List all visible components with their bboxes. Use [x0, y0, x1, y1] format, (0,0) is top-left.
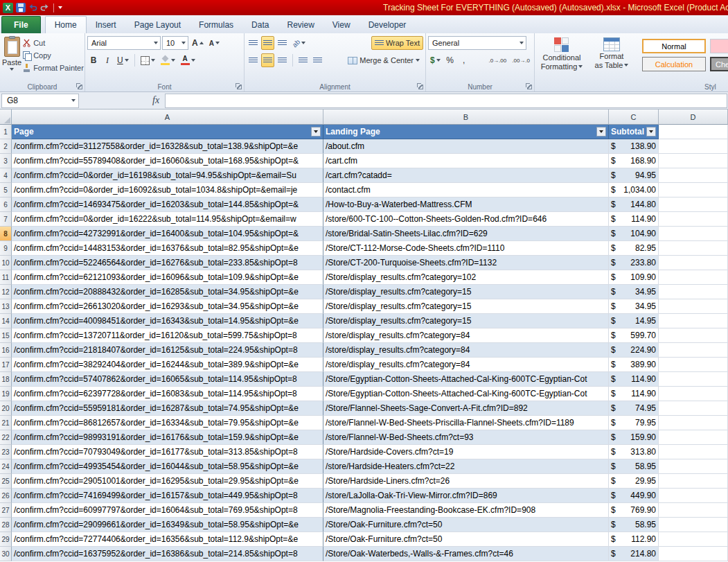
cell-b[interactable]: /Store/Magnolia-Freestanding-Bookcase-EK… — [323, 503, 609, 518]
comma-button[interactable]: , — [458, 53, 470, 67]
cell-d[interactable] — [659, 489, 728, 503]
cell-c[interactable]: $1,034.00 — [609, 183, 659, 197]
cell-a[interactable]: /confirm.cfm?ccid=29099661&order_id=1634… — [12, 518, 323, 532]
cell-c[interactable]: $159.90 — [609, 430, 659, 445]
qat-menu-caret-icon[interactable] — [58, 6, 62, 9]
cell-d[interactable] — [659, 197, 728, 212]
cell-d[interactable] — [659, 358, 728, 372]
italic-button[interactable]: I — [101, 53, 114, 67]
cell-c[interactable]: $34.95 — [609, 299, 659, 314]
cell-b[interactable]: /Store/display_results.cfm?category=15 — [323, 314, 609, 328]
cell-b[interactable]: /Store/Egyptian-Cotton-Sheets-Attached-C… — [323, 372, 609, 387]
cell-b[interactable]: /Store/CT-200-Turquoise-Sheets.cfm?ID=11… — [323, 256, 609, 270]
cell-a[interactable]: /confirm.cfm?ccid=62397728&order_id=1608… — [12, 387, 323, 401]
cell-b[interactable]: /Store/Hardside-Covers.cfm?ct=19 — [323, 445, 609, 459]
cell-d[interactable] — [659, 328, 728, 343]
cell-b[interactable]: /store/display_results.cfm?category=84 — [323, 328, 609, 343]
increase-decimal-button[interactable]: .0→.00 — [486, 53, 508, 67]
cell-c[interactable]: $224.90 — [609, 343, 659, 358]
formula-input[interactable] — [165, 94, 727, 108]
align-top-button[interactable] — [247, 36, 260, 50]
align-center-button[interactable] — [261, 53, 274, 67]
accounting-format-button[interactable]: $ — [428, 53, 443, 67]
redo-button[interactable] — [40, 1, 49, 14]
row-header[interactable]: 24 — [0, 459, 12, 474]
cell-c[interactable]: $74.95 — [609, 401, 659, 416]
column-header-d[interactable]: D — [659, 109, 728, 125]
cell-style-check-c[interactable]: Check C — [710, 57, 728, 71]
select-all-button[interactable] — [0, 109, 12, 125]
cell-d[interactable] — [659, 314, 728, 328]
cut-button[interactable]: Cut — [21, 37, 85, 49]
cell-c[interactable]: $313.80 — [609, 445, 659, 459]
cell-a[interactable]: /confirm.cfm?ccid=42732991&order_id=1640… — [12, 227, 323, 241]
name-box[interactable]: G8 — [1, 94, 79, 108]
underline-button[interactable]: U — [115, 53, 131, 67]
percent-button[interactable]: % — [444, 53, 456, 67]
align-right-button[interactable] — [276, 53, 289, 67]
tab-review[interactable]: Review — [278, 17, 323, 33]
alignment-dialog-launcher[interactable] — [417, 83, 424, 90]
paste-button[interactable]: Paste — [2, 35, 21, 74]
column-header-b[interactable]: B — [323, 109, 609, 125]
excel-logo-icon[interactable]: X — [3, 3, 13, 13]
cell-d[interactable] — [659, 256, 728, 270]
cell-b[interactable]: /Store/Oak-Furniture.cfm?ct=50 — [323, 532, 609, 547]
cell-d[interactable] — [659, 270, 728, 285]
filter-button-subtotal[interactable] — [646, 127, 656, 137]
cell-d[interactable] — [659, 139, 728, 154]
cell-a[interactable]: /confirm.cfm?ccid=72774406&order_id=1635… — [12, 532, 323, 547]
cell-a[interactable]: /confirm.cfm?ccid=0&order_id=16198&sub_t… — [12, 168, 323, 183]
column-header-a[interactable]: A — [12, 109, 323, 125]
row-header[interactable]: 15 — [0, 328, 12, 343]
cell-d[interactable] — [659, 241, 728, 256]
cell-c[interactable]: $114.90 — [609, 212, 659, 227]
row-header[interactable]: 18 — [0, 372, 12, 387]
row-header[interactable]: 7 — [0, 212, 12, 227]
cell-b[interactable]: /store/600-TC-100--Cotton-Sheets-Golden-… — [323, 212, 609, 227]
cell-d[interactable] — [659, 212, 728, 227]
font-dialog-launcher[interactable] — [236, 83, 242, 90]
row-header[interactable]: 10 — [0, 256, 12, 270]
cell-c[interactable]: $112.90 — [609, 532, 659, 547]
align-bottom-button[interactable] — [276, 36, 289, 50]
row-header[interactable]: 2 — [0, 139, 12, 154]
borders-button[interactable] — [139, 53, 157, 67]
row-header[interactable]: 8 — [0, 227, 12, 241]
row-header[interactable]: 27 — [0, 503, 12, 518]
row-header[interactable]: 23 — [0, 445, 12, 459]
row-header[interactable]: 13 — [0, 299, 12, 314]
filter-button-page[interactable] — [311, 127, 321, 137]
cell-a[interactable]: /confirm.cfm?ccid=52246564&order_id=1627… — [12, 256, 323, 270]
row-header[interactable]: 22 — [0, 430, 12, 445]
cell-d[interactable] — [659, 401, 728, 416]
cell-d[interactable] — [659, 343, 728, 358]
cell-b[interactable]: /store/LaJolla-Oak-Tri-View-Mirror.cfm?I… — [323, 489, 609, 503]
cell-b[interactable]: /Store/Egyptian-Cotton-Sheets-Attached-C… — [323, 387, 609, 401]
cell-b[interactable]: /contact.cfm — [323, 183, 609, 197]
align-left-button[interactable] — [247, 53, 260, 67]
cell-b[interactable]: /cart.cfm?catadd= — [323, 168, 609, 183]
decrease-decimal-button[interactable]: .00→.0 — [510, 53, 532, 67]
cell-c[interactable]: $58.95 — [609, 518, 659, 532]
cell-b[interactable]: /store/Flannel-W-Bed-Sheets-Priscilla-Fl… — [323, 416, 609, 430]
tab-formulas[interactable]: Formulas — [190, 17, 242, 33]
cell-c[interactable]: $114.90 — [609, 387, 659, 401]
insert-function-button[interactable]: fx — [152, 95, 165, 106]
cell-b[interactable]: /store/display_results.cfm?category=84 — [323, 343, 609, 358]
row-header[interactable]: 11 — [0, 270, 12, 285]
row-header[interactable]: 26 — [0, 489, 12, 503]
cell-a[interactable]: /confirm.cfm?ccid=57407862&order_id=1606… — [12, 372, 323, 387]
cell-c[interactable]: $168.90 — [609, 154, 659, 168]
tab-page-layout[interactable]: Page Layout — [125, 17, 190, 33]
cell-c[interactable]: $109.90 — [609, 270, 659, 285]
cell-c[interactable]: $79.95 — [609, 416, 659, 430]
tab-file[interactable]: File — [1, 16, 41, 33]
row-header[interactable]: 25 — [0, 474, 12, 489]
row-header[interactable]: 19 — [0, 387, 12, 401]
cell-d[interactable] — [659, 503, 728, 518]
save-icon[interactable] — [16, 3, 26, 12]
tab-view[interactable]: View — [323, 17, 359, 33]
undo-button[interactable] — [28, 1, 37, 14]
conditional-formatting-button[interactable]: Conditional Formatting — [537, 35, 587, 71]
